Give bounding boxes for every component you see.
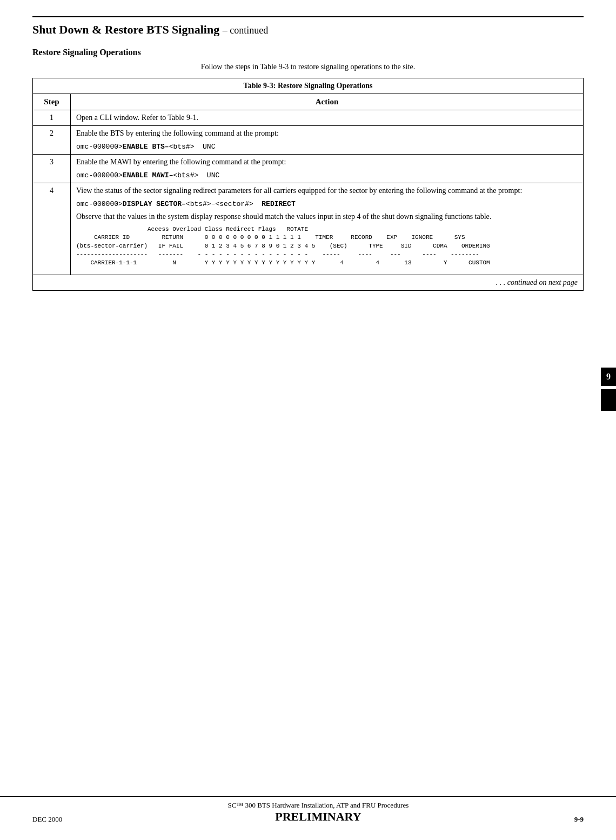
table-caption-row: Table 9-3: Restore Signaling Operations xyxy=(33,78,584,94)
continued-text: . . . continued on next page xyxy=(33,275,584,290)
action-cell: Enable the MAWI by entering the followin… xyxy=(71,155,584,183)
table-row: 3Enable the MAWI by entering the followi… xyxy=(33,155,584,183)
step-cell: 2 xyxy=(33,126,71,155)
code-display: Access Overload Class Redirect Flags ROT… xyxy=(76,225,578,267)
title-continued: – continued xyxy=(223,25,268,36)
col-header-action: Action xyxy=(71,94,584,110)
action-paragraph: Observe that the values in the system di… xyxy=(76,212,578,221)
action-paragraph: omc-000000>DISPLAY SECTOR–<bts#>–<sector… xyxy=(76,199,578,208)
action-cell: View the status of the sector signaling … xyxy=(71,183,584,275)
continued-row: . . . continued on next page xyxy=(33,275,584,290)
step-cell: 1 xyxy=(33,110,71,126)
command-keyword: REDIRECT xyxy=(262,200,295,208)
table-caption-bold: Table 9-3: xyxy=(244,82,276,90)
table-row: 4View the status of the sector signaling… xyxy=(33,183,584,275)
footer-page-number: 9-9 xyxy=(574,815,584,824)
table-caption-rest: Restore Signaling Operations xyxy=(276,82,372,90)
table-caption: Table 9-3: Restore Signaling Operations xyxy=(33,78,584,94)
chapter-tab-bar xyxy=(601,389,616,411)
section-heading: Restore Signaling Operations xyxy=(32,48,584,57)
action-paragraph: View the status of the sector signaling … xyxy=(76,186,578,195)
table-row: 2Enable the BTS by entering the followin… xyxy=(33,126,584,155)
action-paragraph: Open a CLI window. Refer to Table 9-1. xyxy=(76,114,578,122)
title-text: Shut Down & Restore BTS Signaling xyxy=(32,23,219,36)
page-title: Shut Down & Restore BTS Signaling – cont… xyxy=(32,16,584,37)
col-header-step: Step xyxy=(33,94,71,110)
action-cell: Open a CLI window. Refer to Table 9-1. xyxy=(71,110,584,126)
command-bold: ENABLE MAWI– xyxy=(123,171,173,179)
footer-doc-title: SC™ 300 BTS Hardware Installation, ATP a… xyxy=(228,801,409,809)
column-header-row: Step Action xyxy=(33,94,584,110)
table-row: 1Open a CLI window. Refer to Table 9-1. xyxy=(33,110,584,126)
footer-center: SC™ 300 BTS Hardware Installation, ATP a… xyxy=(228,801,409,824)
action-paragraph: Enable the BTS by entering the following… xyxy=(76,129,578,138)
intro-text: Follow the steps in Table 9-3 to restore… xyxy=(32,63,584,71)
footer-prelim: PRELIMINARY xyxy=(228,810,409,824)
step-cell: 3 xyxy=(33,155,71,183)
footer-date: DEC 2000 xyxy=(32,815,62,824)
command-bold: DISPLAY SECTOR– xyxy=(123,200,186,208)
action-paragraph: Enable the MAWI by entering the followin… xyxy=(76,158,578,166)
chapter-tab: 9 xyxy=(601,368,616,386)
action-cell: Enable the BTS by entering the following… xyxy=(71,126,584,155)
action-paragraph: omc-000000>ENABLE BTS–<bts#> UNC xyxy=(76,142,578,151)
step-cell: 4 xyxy=(33,183,71,275)
action-paragraph: omc-000000>ENABLE MAWI–<bts#> UNC xyxy=(76,171,578,179)
command-bold: ENABLE BTS– xyxy=(123,143,169,151)
main-table: Table 9-3: Restore Signaling Operations … xyxy=(32,78,584,291)
page-footer: DEC 2000 SC™ 300 BTS Hardware Installati… xyxy=(0,796,616,824)
